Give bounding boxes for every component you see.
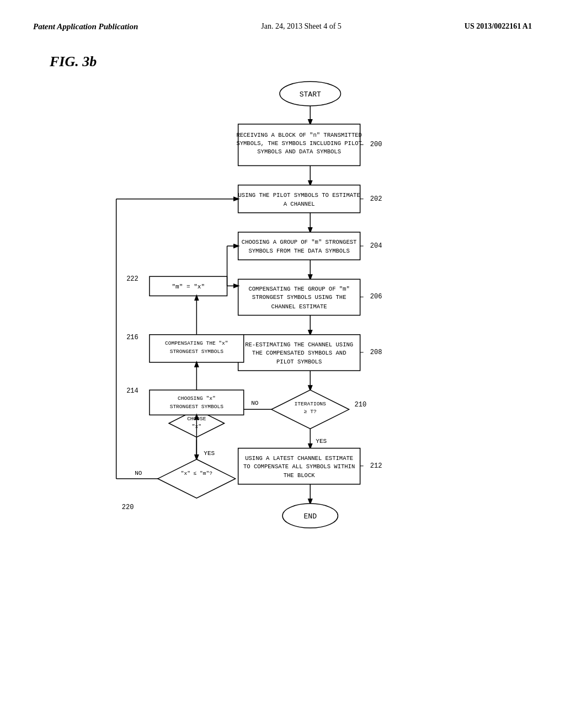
svg-text:210: 210	[355, 401, 367, 409]
svg-text:STRONGEST SYMBOLS: STRONGEST SYMBOLS	[170, 404, 224, 410]
svg-text:216: 216	[126, 334, 138, 341]
svg-text:≥ T?: ≥ T?	[304, 409, 317, 415]
svg-text:214: 214	[126, 387, 138, 395]
svg-marker-44	[158, 459, 236, 498]
svg-text:ITERATIONS: ITERATIONS	[295, 401, 326, 407]
svg-text:SYMBOLS AND DATA SYMBOLS: SYMBOLS AND DATA SYMBOLS	[257, 148, 341, 155]
svg-text:THE BLOCK: THE BLOCK	[284, 472, 316, 479]
svg-text:USING A LATEST CHANNEL ESTIMAT: USING A LATEST CHANNEL ESTIMATE	[245, 455, 353, 462]
svg-text:222: 222	[126, 275, 138, 283]
svg-rect-8	[238, 185, 360, 213]
header: Patent Application Publication Jan. 24, …	[33, 22, 532, 31]
svg-text:END: END	[303, 512, 317, 521]
svg-text:"m" = "x": "m" = "x"	[172, 283, 205, 290]
svg-text:COMPENSATING THE GROUP OF "m": COMPENSATING THE GROUP OF "m"	[248, 286, 349, 292]
svg-text:PILOT SYMBOLS: PILOT SYMBOLS	[276, 358, 322, 365]
svg-text:SYMBOLS FROM THE DATA SYMBOLS: SYMBOLS FROM THE DATA SYMBOLS	[248, 248, 349, 254]
svg-text:USING THE PILOT SYMBOLS TO EST: USING THE PILOT SYMBOLS TO ESTIMATE	[238, 192, 360, 199]
svg-text:COMPENSATING THE "x": COMPENSATING THE "x"	[165, 340, 228, 346]
header-right: US 2013/0022161 A1	[465, 22, 532, 31]
header-center: Jan. 24, 2013 Sheet 4 of 5	[261, 22, 341, 31]
page: Patent Application Publication Jan. 24, …	[0, 0, 565, 728]
svg-rect-55	[150, 390, 244, 415]
svg-text:SYMBOLS, THE SYMBOLS INCLUDING: SYMBOLS, THE SYMBOLS INCLUDING PILOT	[236, 140, 362, 147]
header-left: Patent Application Publication	[33, 22, 138, 31]
diagram-area: FIG. 3b START RECEIVING A BLOCK OF "n" T…	[33, 48, 532, 682]
svg-text:RECEIVING A BLOCK OF "n" TRANS: RECEIVING A BLOCK OF "n" TRANSMITTED	[236, 132, 362, 138]
svg-text:RE-ESTIMATING THE CHANNEL USIN: RE-ESTIMATING THE CHANNEL USING	[245, 341, 353, 348]
svg-text:TO COMPENSATE ALL SYMBOLS WITH: TO COMPENSATE ALL SYMBOLS WITHIN	[243, 463, 355, 470]
svg-text:CHANNEL ESTIMATE: CHANNEL ESTIMATE	[271, 303, 327, 310]
svg-text:220: 220	[122, 504, 134, 511]
svg-text:NO: NO	[251, 400, 259, 406]
svg-text:THE COMPENSATED SYMBOLS AND: THE COMPENSATED SYMBOLS AND	[252, 350, 347, 356]
svg-text:208: 208	[370, 349, 382, 356]
label-200: 200	[370, 141, 382, 148]
svg-text:STRONGEST SYMBOLS: STRONGEST SYMBOLS	[170, 349, 224, 355]
svg-text:202: 202	[370, 195, 382, 203]
start-label: START	[300, 90, 321, 99]
svg-text:206: 206	[370, 293, 382, 301]
svg-text:STRONGEST SYMBOLS USING THE: STRONGEST SYMBOLS USING THE	[252, 294, 347, 301]
svg-text:CHOOSING "x": CHOOSING "x"	[178, 395, 216, 402]
svg-text:YES: YES	[204, 450, 215, 457]
svg-text:A CHANNEL: A CHANNEL	[284, 201, 315, 207]
svg-text:"x" ≤ "m"?: "x" ≤ "m"?	[181, 470, 212, 477]
svg-text:NO: NO	[135, 470, 142, 477]
svg-text:YES: YES	[316, 438, 327, 445]
svg-text:204: 204	[370, 242, 382, 250]
flowchart-svg: START RECEIVING A BLOCK OF "n" TRANSMITT…	[33, 48, 532, 682]
svg-rect-14	[238, 232, 360, 260]
svg-text:CHOOSING A GROUP OF "m" STRONG: CHOOSING A GROUP OF "m" STRONGEST	[242, 239, 357, 245]
svg-text:212: 212	[370, 462, 382, 470]
